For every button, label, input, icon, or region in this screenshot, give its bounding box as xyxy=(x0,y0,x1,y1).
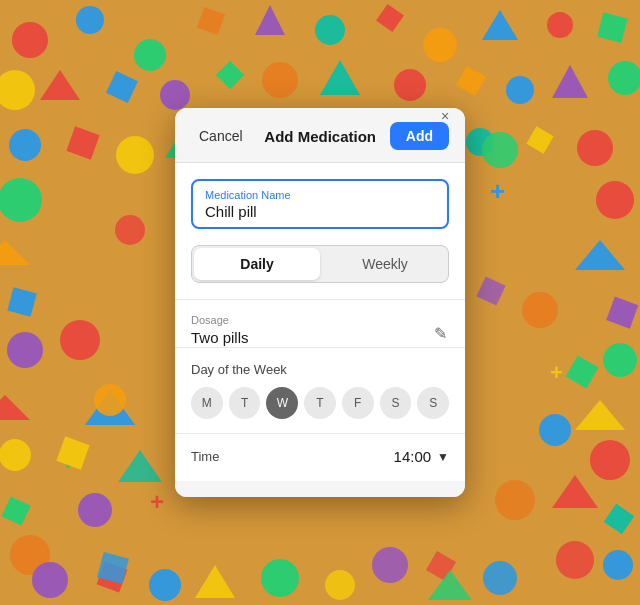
time-picker[interactable]: 14:00 ▼ xyxy=(394,448,449,465)
day-buttons-group: M T W T F S S xyxy=(191,387,449,419)
time-label: Time xyxy=(191,449,219,464)
day-thursday[interactable]: T xyxy=(304,387,336,419)
day-monday[interactable]: M xyxy=(191,387,223,419)
modal-body: Medication Name Daily Weekly Dosage Two … xyxy=(175,163,465,481)
modal-title: Add Medication xyxy=(251,128,390,145)
close-button[interactable]: × xyxy=(435,108,455,126)
day-of-week-section: Day of the Week M T W T F S S xyxy=(191,362,449,419)
divider xyxy=(175,299,465,300)
dosage-content: Dosage Two pills xyxy=(191,314,249,347)
time-value-display: 14:00 xyxy=(394,448,432,465)
divider-3 xyxy=(175,433,465,434)
medication-name-input[interactable] xyxy=(205,203,435,220)
day-wednesday[interactable]: W xyxy=(266,387,298,419)
divider-2 xyxy=(175,347,465,348)
frequency-tabs: Daily Weekly xyxy=(191,245,449,283)
time-section: Time 14:00 ▼ xyxy=(191,448,449,465)
medication-name-label: Medication Name xyxy=(205,189,435,201)
add-button[interactable]: Add xyxy=(390,122,449,150)
day-sunday[interactable]: S xyxy=(417,387,449,419)
day-tuesday[interactable]: T xyxy=(229,387,261,419)
day-of-week-label: Day of the Week xyxy=(191,362,449,377)
dosage-value: Two pills xyxy=(191,329,249,346)
dosage-edit-icon[interactable]: ✎ xyxy=(432,322,449,345)
cancel-button[interactable]: Cancel xyxy=(191,124,251,148)
day-friday[interactable]: F xyxy=(342,387,374,419)
day-saturday[interactable]: S xyxy=(380,387,412,419)
modal-footer xyxy=(175,481,465,497)
modal-overlay: × Cancel Add Medication Add Medication N… xyxy=(0,0,640,605)
header-actions: Cancel Add Medication Add xyxy=(191,122,449,150)
modal-header: × Cancel Add Medication Add xyxy=(175,108,465,163)
medication-name-group: Medication Name xyxy=(191,179,449,229)
tab-weekly[interactable]: Weekly xyxy=(322,246,448,282)
modal-dialog: × Cancel Add Medication Add Medication N… xyxy=(175,108,465,497)
dosage-section: Dosage Two pills ✎ xyxy=(191,314,449,347)
dosage-label: Dosage xyxy=(191,314,249,326)
time-chevron-icon: ▼ xyxy=(437,450,449,464)
tab-daily[interactable]: Daily xyxy=(194,248,320,280)
